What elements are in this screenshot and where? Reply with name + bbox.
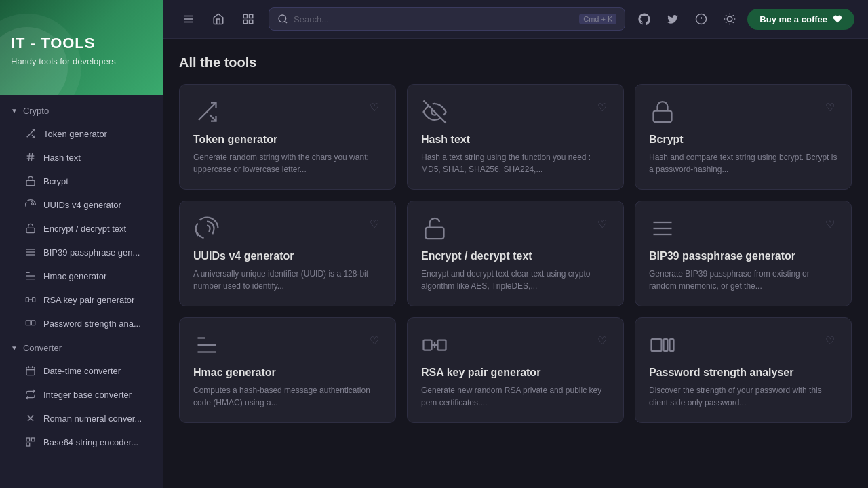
content-area: All the tools ♡ Token generator Generate… — [163, 39, 868, 488]
svg-line-48 — [733, 15, 734, 16]
svg-rect-32 — [250, 14, 253, 18]
tool-name: Token generator — [193, 134, 382, 146]
tool-card-token-generator[interactable]: ♡ Token generator Generate random string… — [179, 84, 396, 190]
sidebar-item-bcrypt[interactable]: Bcrypt — [5, 169, 157, 192]
tool-card-encrypt-decrypt[interactable]: ♡ Encrypt / decrypt text Encrypt and dec… — [407, 201, 624, 306]
tool-name: BIP39 passphrase generator — [649, 250, 837, 262]
tool-card-rsa[interactable]: ♡ RSA key pair generator Generate new ra… — [407, 317, 624, 423]
svg-rect-19 — [26, 367, 35, 375]
app-subtitle: Handy tools for developers — [11, 56, 152, 66]
base64-icon — [24, 436, 37, 448]
nav-item-label: Bcrypt — [43, 176, 68, 186]
tool-desc: Hash a text string using the function yo… — [421, 151, 610, 176]
calendar-icon — [24, 365, 37, 377]
tool-name: Password strength analyser — [649, 367, 837, 379]
tool-card-password[interactable]: ♡ Password strength analyser Discover th… — [635, 317, 852, 423]
nav-item-label: Date-time converter — [43, 366, 121, 376]
nav-section-crypto: ▼ Crypto Token generator Hash text B — [0, 100, 163, 335]
svg-line-44 — [733, 22, 734, 23]
search-input[interactable] — [294, 14, 574, 24]
nav-item-label: Integer base converter — [43, 390, 132, 400]
nav-section-converter-header[interactable]: ▼ Converter — [0, 338, 163, 359]
hmac-icon — [24, 270, 37, 282]
tool-icon-hmac — [193, 331, 220, 359]
svg-rect-7 — [26, 228, 35, 232]
tool-icon-password — [649, 331, 676, 359]
tool-card-hash-text[interactable]: ♡ Hash text Hash a text string using the… — [407, 84, 624, 190]
svg-rect-53 — [426, 228, 444, 239]
tool-icon-rsa — [421, 331, 448, 359]
nav-item-label: Hash text — [43, 152, 81, 163]
favorites-button[interactable] — [236, 7, 260, 31]
topbar-right: Buy me a coffee — [633, 8, 854, 30]
sidebar-item-datetime[interactable]: Date-time converter — [5, 359, 157, 382]
svg-line-50 — [210, 115, 216, 121]
sidebar: IT - TOOLS Handy tools for developers ▼ … — [0, 0, 163, 488]
search-bar[interactable]: Cmd + K — [269, 7, 625, 30]
sidebar-item-bip39[interactable]: BIP39 passphrase gen... — [5, 241, 157, 264]
tool-name: Hash text — [421, 134, 610, 146]
lines-icon — [24, 246, 37, 258]
sidebar-item-hmac[interactable]: Hmac generator — [5, 264, 157, 287]
sidebar-item-token-generator[interactable]: Token generator — [5, 122, 157, 145]
fingerprint-icon — [24, 199, 37, 211]
tool-name: UUIDs v4 generator — [193, 250, 382, 262]
nav-section-crypto-header[interactable]: ▼ Crypto — [0, 100, 163, 121]
favorite-button[interactable]: ♡ — [823, 98, 837, 117]
tool-card-bcrypt[interactable]: ♡ Bcrypt Hash and compare text string us… — [635, 84, 852, 190]
twitter-icon[interactable] — [662, 8, 684, 30]
svg-rect-27 — [26, 443, 30, 446]
nav-section-converter: ▼ Converter Date-time converter Integer … — [0, 338, 163, 453]
info-icon[interactable] — [690, 8, 712, 30]
sidebar-item-roman-numeral[interactable]: Roman numeral conver... — [5, 407, 157, 430]
svg-point-40 — [728, 16, 733, 22]
svg-rect-52 — [654, 111, 672, 123]
sidebar-item-uuids[interactable]: UUIDs v4 generator — [5, 193, 157, 216]
svg-rect-31 — [243, 14, 247, 18]
hash-icon — [24, 151, 37, 163]
tool-card-uuids[interactable]: ♡ UUIDs v4 generator A universally uniqu… — [179, 201, 396, 306]
favorite-button[interactable]: ♡ — [367, 98, 382, 117]
favorite-button[interactable]: ♡ — [595, 331, 610, 350]
tool-card-bip39[interactable]: ♡ BIP39 passphrase generator Generate BI… — [635, 201, 852, 306]
arrows-icon — [24, 388, 37, 401]
tool-icon-lock-open — [421, 215, 448, 242]
tool-desc: Generate new random RSA private and publ… — [421, 384, 610, 409]
sidebar-item-rsa[interactable]: RSA key pair generator — [5, 288, 157, 311]
nav-item-label: Hmac generator — [43, 271, 106, 281]
github-icon[interactable] — [633, 8, 655, 30]
favorite-button[interactable]: ♡ — [595, 215, 610, 233]
nav-item-label: BIP39 passphrase gen... — [43, 247, 140, 258]
sidebar-item-base64[interactable]: Base64 string encoder... — [5, 430, 157, 453]
rsa-icon — [24, 293, 37, 306]
menu-toggle-button[interactable] — [176, 7, 201, 31]
sidebar-item-hash-text[interactable]: Hash text — [5, 146, 157, 169]
sidebar-item-password[interactable]: Password strength ana... — [5, 312, 157, 335]
sidebar-item-encrypt-decrypt[interactable]: Encrypt / decrypt text — [5, 217, 157, 240]
buy-coffee-button[interactable]: Buy me a coffee — [747, 9, 854, 30]
tool-name: Hmac generator — [193, 367, 382, 379]
buy-coffee-label: Buy me a coffee — [760, 14, 827, 24]
svg-rect-15 — [33, 298, 35, 302]
tool-icon-lock — [649, 98, 676, 125]
favorite-button[interactable]: ♡ — [823, 331, 837, 350]
theme-toggle-icon[interactable] — [719, 8, 741, 30]
search-shortcut: Cmd + K — [579, 14, 616, 24]
home-button[interactable] — [206, 7, 231, 31]
chevron-down-icon: ▼ — [11, 344, 18, 352]
svg-rect-66 — [670, 339, 674, 351]
tool-desc: Computes a hash-based message authentica… — [193, 384, 382, 409]
favorite-button[interactable]: ♡ — [367, 331, 382, 350]
favorite-button[interactable]: ♡ — [367, 215, 382, 233]
svg-line-5 — [31, 153, 32, 161]
sidebar-item-integer-base[interactable]: Integer base converter — [5, 383, 157, 406]
favorite-button[interactable]: ♡ — [823, 215, 837, 233]
page-title: All the tools — [179, 55, 852, 70]
favorite-button[interactable]: ♡ — [595, 98, 610, 117]
nav-item-label: Base64 string encoder... — [43, 437, 138, 447]
svg-rect-60 — [424, 340, 432, 350]
tool-desc: Generate random string with the chars yo… — [193, 151, 382, 176]
tool-card-hmac[interactable]: ♡ Hmac generator Computes a hash-based m… — [179, 317, 396, 423]
lock2-icon — [24, 222, 37, 235]
tool-desc: Encrypt and decrypt text clear text usin… — [421, 268, 610, 292]
